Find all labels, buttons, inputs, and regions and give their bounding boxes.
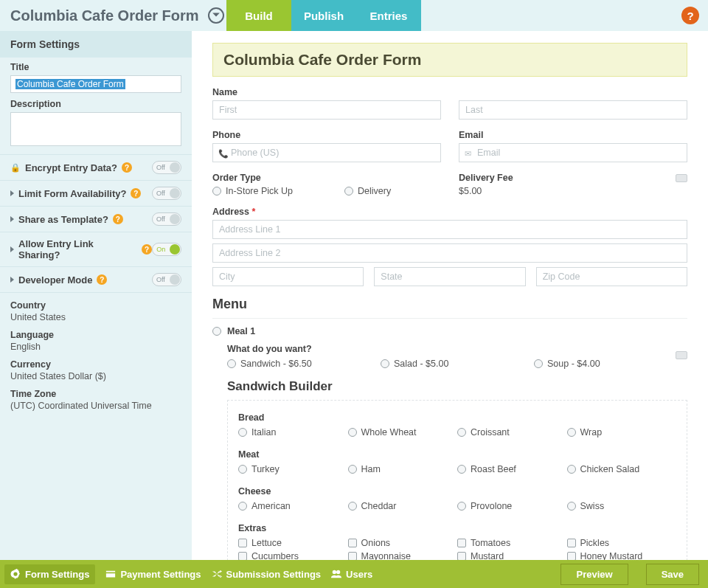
meat-roast-beef[interactable]: Roast Beef	[457, 464, 567, 474]
phone-icon: 📞	[218, 149, 229, 159]
checkbox-icon	[348, 552, 357, 560]
caret-right-icon	[10, 190, 14, 196]
canvas-form-title[interactable]: Columbia Cafe Order Form	[212, 43, 687, 77]
toggle-switch[interactable]: Off	[152, 161, 181, 174]
address-line2-input[interactable]	[212, 243, 687, 263]
cheese-american[interactable]: American	[238, 501, 348, 511]
city-input[interactable]	[212, 267, 364, 286]
last-name-input[interactable]	[459, 100, 687, 120]
field-email[interactable]: Email ✉	[459, 130, 687, 162]
help-icon[interactable]: ?	[122, 162, 132, 173]
lock-icon: 🔒	[10, 163, 21, 173]
toggle-switch[interactable]: Off	[152, 273, 181, 286]
radio-icon	[457, 502, 466, 511]
checkbox-icon	[457, 539, 466, 547]
extra-pickles[interactable]: Pickles	[567, 538, 677, 548]
extra-mayonnaise[interactable]: Mayonnaise	[348, 551, 458, 560]
gear-icon	[10, 569, 21, 579]
tool-payment-settings[interactable]: Payment Settings	[105, 569, 201, 580]
title-input[interactable]: Columbia Cafe Order Form	[10, 75, 181, 93]
checkbox-icon	[348, 539, 357, 547]
tab-publish[interactable]: Publish	[291, 0, 356, 31]
extra-tomatoes[interactable]: Tomatoes	[457, 538, 567, 548]
first-name-input[interactable]	[212, 100, 441, 120]
state-input[interactable]	[374, 267, 525, 286]
toggle-share-template[interactable]: Share as Template? ? Off	[0, 206, 192, 232]
bread-whole-wheat[interactable]: Whole Wheat	[348, 427, 458, 437]
help-icon[interactable]: ?	[97, 274, 107, 285]
form-canvas[interactable]: Columbia Cafe Order Form Name Phone 📞 Em…	[192, 31, 708, 560]
extra-lettuce[interactable]: Lettuce	[238, 538, 348, 548]
meat-turkey[interactable]: Turkey	[238, 464, 348, 474]
sandwich-builder[interactable]: Bread Italian Whole Wheat Croissant Wrap…	[227, 400, 687, 560]
meta-currency[interactable]: CurrencyUnited States Dollar ($)	[10, 359, 181, 381]
ordertype-delivery[interactable]: Delivery	[344, 186, 391, 196]
toggle-developer-mode[interactable]: Developer Mode ? Off	[0, 266, 192, 293]
want-salad[interactable]: Salad - $5.00	[381, 359, 534, 369]
save-button[interactable]: Save	[646, 564, 699, 585]
toggle-label: Developer Mode	[18, 274, 92, 286]
tool-users[interactable]: Users	[331, 569, 372, 580]
email-label: Email	[459, 130, 687, 140]
bread-croissant[interactable]: Croissant	[457, 427, 567, 437]
ordertype-pickup[interactable]: In-Store Pick Up	[212, 186, 293, 196]
caret-right-icon	[10, 277, 14, 283]
radio-icon	[534, 359, 543, 368]
field-phone[interactable]: Phone 📞	[212, 130, 441, 162]
description-input[interactable]	[10, 112, 181, 146]
meat-chicken-salad[interactable]: Chicken Salad	[567, 464, 677, 474]
deliveryfee-label: Delivery Fee	[459, 173, 687, 183]
bottom-bar: Form Settings Payment Settings Submissio…	[0, 560, 708, 588]
cheese-swiss[interactable]: Swiss	[567, 501, 677, 511]
extra-onions[interactable]: Onions	[348, 538, 458, 548]
want-soup[interactable]: Soup - $4.00	[534, 359, 687, 369]
meta-timezone[interactable]: Time Zone(UTC) Coordinated Universal Tim…	[10, 389, 181, 411]
form-switcher-button[interactable]	[208, 7, 224, 24]
title-label: Title	[10, 62, 181, 72]
meta-country[interactable]: CountryUnited States	[10, 300, 181, 322]
help-icon[interactable]: ?	[142, 244, 152, 255]
phone-input[interactable]	[212, 143, 441, 162]
radio-icon	[567, 502, 576, 511]
bread-italian[interactable]: Italian	[238, 427, 348, 437]
cheese-provolone[interactable]: Provolone	[457, 501, 567, 511]
toggle-encrypt[interactable]: 🔒Encrypt Entry Data? ? Off	[0, 154, 192, 180]
meal-1[interactable]: Meal 1 What do you want? Sandwich - $6.5…	[212, 318, 687, 560]
toggle-switch[interactable]: Off	[152, 212, 181, 226]
field-name[interactable]: Name	[212, 87, 687, 120]
radio-icon	[212, 187, 221, 196]
cheese-cheddar[interactable]: Cheddar	[348, 501, 458, 511]
credit-card-icon	[676, 351, 687, 359]
address-line1-input[interactable]	[212, 220, 687, 239]
email-icon: ✉	[465, 149, 471, 159]
toggle-label: Limit Form Availability?	[18, 188, 126, 199]
tab-build[interactable]: Build	[226, 0, 291, 31]
email-input[interactable]	[459, 143, 687, 162]
sidebar: Form Settings Title Columbia Cafe Order …	[0, 31, 192, 560]
checkbox-icon	[238, 552, 247, 560]
radio-icon	[567, 465, 576, 474]
tool-form-settings[interactable]: Form Settings	[4, 564, 95, 584]
toggle-link-sharing[interactable]: Allow Entry Link Sharing? ? On	[0, 232, 192, 266]
toggle-switch[interactable]: On	[152, 243, 181, 256]
toggle-switch[interactable]: Off	[152, 187, 181, 200]
extra-cucumbers[interactable]: Cucumbers	[238, 551, 348, 560]
field-order-type[interactable]: Order Type In-Store Pick Up Delivery	[212, 173, 441, 196]
meta-language[interactable]: LanguageEnglish	[10, 330, 181, 352]
tab-entries[interactable]: Entries	[356, 0, 421, 31]
toggle-limit-availability[interactable]: Limit Form Availability? ? Off	[0, 180, 192, 206]
want-sandwich[interactable]: Sandwich - $6.50	[227, 359, 381, 369]
radio-icon	[238, 502, 247, 511]
help-icon[interactable]: ?	[131, 188, 141, 198]
meat-ham[interactable]: Ham	[348, 464, 458, 474]
zip-input[interactable]	[536, 267, 687, 286]
preview-button[interactable]: Preview	[560, 564, 628, 585]
field-delivery-fee[interactable]: Delivery Fee $5.00	[459, 173, 687, 196]
extra-mustard[interactable]: Mustard	[457, 551, 567, 560]
tool-submission-settings[interactable]: Submission Settings	[212, 569, 322, 580]
field-address[interactable]: Address *	[212, 207, 687, 286]
bread-wrap[interactable]: Wrap	[567, 427, 677, 437]
help-button[interactable]: ?	[681, 7, 699, 24]
help-icon[interactable]: ?	[113, 214, 123, 224]
extra-honey-mustard[interactable]: Honey Mustard	[567, 551, 677, 560]
